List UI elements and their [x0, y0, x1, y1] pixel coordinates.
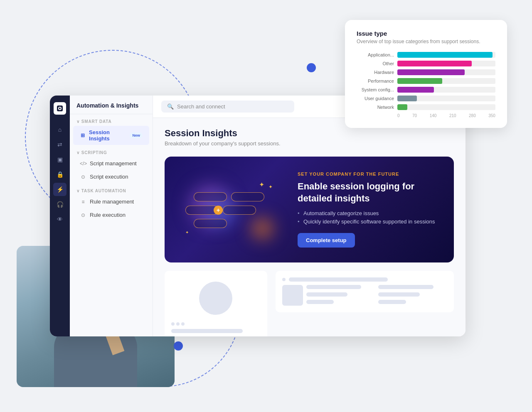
x-axis-label: 140 — [430, 113, 437, 118]
bar-track — [397, 61, 495, 66]
bar-track — [397, 78, 495, 84]
search-icon: 🔍 — [167, 103, 174, 110]
skeleton-col-right — [276, 271, 454, 336]
nav-item-script-execution[interactable]: ⊙ Script execution — [73, 170, 149, 183]
bar-track — [397, 104, 495, 110]
chart-bar-row: User guidance — [357, 96, 495, 101]
nav-header-title: Automation & Insights — [70, 96, 153, 114]
script-exec-icon: ⊙ — [80, 174, 86, 180]
flow-node-4 — [223, 206, 256, 215]
flow-node-2 — [231, 192, 264, 201]
sk-ib5 — [378, 292, 419, 297]
promo-bullet-1: Automatically categorize issues — [298, 210, 437, 216]
nav-lock-icon[interactable]: 🔒 — [53, 168, 66, 181]
skeleton-circle — [199, 282, 232, 315]
nav-transfer-icon[interactable]: ⇄ — [53, 138, 66, 151]
bar-fill — [397, 104, 407, 110]
script-mgmt-icon: </> — [80, 161, 86, 167]
rule-exec-icon: ⊙ — [80, 212, 86, 218]
promo-bullet-2: Quickly identify specific software suppo… — [298, 218, 437, 225]
sk-ib2 — [306, 292, 347, 297]
chart-x-axis: 070140210280350 — [357, 113, 495, 118]
sk-ib3 — [306, 300, 334, 304]
nav-section-smart-data: SMART DATA — [70, 114, 153, 125]
sk-bar-1 — [171, 329, 243, 333]
bar-fill — [397, 61, 472, 66]
nav-panel: Automation & Insights SMART DATA ⊞ Sessi… — [70, 96, 153, 336]
flow-plus-icon: + — [214, 206, 223, 215]
nav-section-task-automation: TASK AUTOMATION — [70, 184, 153, 195]
chart-bar-row: Application... — [357, 52, 495, 58]
x-axis-label: 280 — [469, 113, 476, 118]
connector-dot-top — [307, 63, 316, 72]
x-axis-label: 350 — [488, 113, 495, 118]
chart-bar-row: System config... — [357, 87, 495, 93]
skeleton-card-2 — [276, 271, 454, 312]
bar-track — [397, 69, 495, 75]
rule-mgmt-icon: ≡ — [80, 199, 86, 205]
promo-bullets: Automatically categorize issues Quickly … — [298, 210, 437, 225]
bar-track — [397, 52, 495, 58]
main-content: 🔍 Search and connect Session Insights Br… — [153, 96, 466, 336]
bar-label: Hardware — [357, 70, 394, 75]
bar-label: Performance — [357, 78, 394, 83]
issue-type-chart-card: Issue type Overview of top issue categor… — [345, 20, 507, 128]
sk-ib4 — [378, 285, 433, 289]
x-axis-label: 70 — [412, 113, 417, 118]
app-logo — [54, 102, 66, 115]
nav-bolt-icon[interactable]: ⚡ — [53, 183, 66, 196]
flow-node-1 — [194, 192, 227, 201]
x-axis-label: 210 — [449, 113, 456, 118]
sk-sq-1 — [282, 285, 303, 306]
session-insights-icon: ⊞ — [80, 132, 86, 138]
chart-bar-row: Hardware — [357, 69, 495, 75]
bar-fill — [397, 78, 442, 84]
skeleton-section — [165, 271, 454, 336]
chart-bar-row: Network — [357, 104, 495, 110]
bar-fill — [397, 87, 434, 93]
page-content: Session Insights Breakdown of your compa… — [153, 118, 466, 336]
promo-text: SET YOUR COMPANY FOR THE FUTURE Enable s… — [298, 172, 437, 248]
nav-item-script-management[interactable]: </> Script management — [73, 157, 149, 170]
promo-eyebrow: SET YOUR COMPANY FOR THE FUTURE — [298, 172, 437, 177]
sk-ib6 — [378, 300, 406, 304]
chart-subtitle: Overview of top issue categories from su… — [357, 39, 495, 44]
nav-home-icon[interactable]: ⌂ — [53, 123, 66, 136]
orb-orange — [252, 218, 273, 239]
x-axis-label: 0 — [397, 113, 400, 118]
nav-item-session-insights[interactable]: ⊞ Session Insights New — [73, 126, 149, 145]
nav-item-rule-management[interactable]: ≡ Rule management — [73, 195, 149, 208]
sk-dot-1 — [171, 322, 175, 326]
chart-title: Issue type — [357, 30, 495, 37]
nav-item-rule-execution[interactable]: ⊙ Rule execution — [73, 208, 149, 221]
sk-ib1 — [306, 285, 362, 289]
sk-dot-3 — [181, 322, 185, 326]
promo-banner: + ✦ ✦ ✦ SET YOUR COMPANY FOR THE FUTURE … — [165, 157, 454, 262]
page-title: Session Insights — [165, 128, 454, 139]
bar-label: Network — [357, 105, 394, 110]
nav-eye-icon[interactable]: 👁 — [53, 213, 66, 226]
promo-heading: Enable session logging for detailed insi… — [298, 181, 437, 204]
sparkle-3: ✦ — [185, 230, 189, 235]
sk-col-inner — [306, 285, 375, 306]
page-subtitle: Breakdown of your company's support sess… — [165, 140, 454, 147]
bar-label: Other — [357, 61, 394, 66]
nav-headset-icon[interactable]: 🎧 — [53, 198, 66, 211]
sk-dot-2 — [176, 322, 180, 326]
sk-dot-r1 — [282, 278, 286, 281]
bar-label: System config... — [357, 87, 394, 92]
bar-track — [397, 96, 495, 101]
bar-fill — [397, 69, 465, 75]
skeleton-card-1 — [165, 271, 267, 336]
flow-node-5 — [194, 219, 227, 228]
bar-fill — [397, 52, 493, 58]
sparkle-2: ✦ — [268, 184, 273, 190]
bar-label: Application... — [357, 52, 394, 57]
search-bar[interactable]: 🔍 Search and connect — [161, 101, 294, 113]
promo-illustration: + ✦ ✦ ✦ — [181, 177, 281, 243]
nav-monitor-icon[interactable]: ▣ — [53, 153, 66, 166]
nav-section-scripting: SCRIPTING — [70, 145, 153, 157]
sparkle-1: ✦ — [259, 181, 264, 189]
complete-setup-button[interactable]: Complete setup — [298, 233, 355, 248]
svg-point-2 — [59, 108, 61, 109]
